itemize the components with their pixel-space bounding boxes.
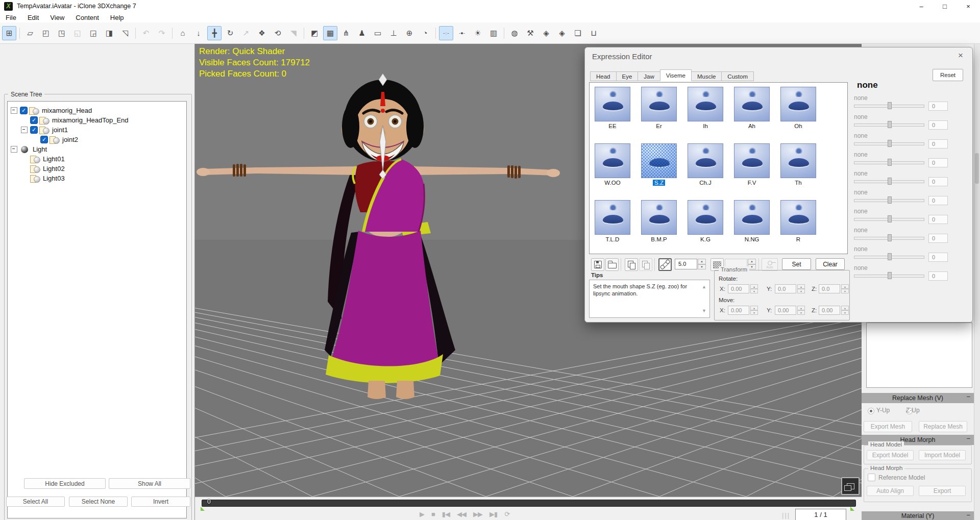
reference-model-checkbox[interactable]	[868, 474, 875, 481]
morph-value-input[interactable]: 0	[928, 196, 948, 205]
shading-mode-icon[interactable]: ◩	[307, 26, 322, 40]
select-none-button[interactable]: Select None	[69, 497, 128, 507]
import-model-button[interactable]: Import Model	[919, 450, 966, 460]
slider-thumb[interactable]	[888, 140, 892, 147]
viseme-woo[interactable]: W.OO	[595, 143, 630, 186]
tab-jaw[interactable]: Jaw	[638, 71, 660, 81]
tab-muscle[interactable]: Muscle	[691, 71, 722, 81]
morph-value-input[interactable]: 0	[928, 253, 948, 262]
range-end-marker[interactable]	[850, 507, 854, 511]
timeline-track[interactable]: 0	[202, 500, 856, 507]
scene-light-icon[interactable]: -●-	[455, 26, 469, 40]
drop-to-floor-icon[interactable]: ↓	[191, 26, 206, 40]
panel-scrollbar[interactable]	[974, 44, 980, 520]
viseme-thumbnail[interactable]	[780, 87, 816, 121]
tab-custom[interactable]: Custom	[721, 71, 754, 81]
slider-thumb[interactable]	[888, 272, 892, 279]
export-bvh-icon[interactable]: ◱	[70, 26, 85, 40]
close-button[interactable]: ×	[957, 0, 980, 12]
visibility-checkbox[interactable]	[30, 126, 38, 134]
collapse-icon[interactable]: −	[966, 511, 970, 519]
copy-button[interactable]	[625, 258, 638, 271]
export-cart-icon[interactable]: ⊔	[586, 26, 601, 40]
move-z-spinner[interactable]: ▲▼	[841, 306, 849, 315]
slider-thumb[interactable]	[888, 178, 892, 185]
viseme-nng[interactable]: N.NG	[734, 200, 770, 242]
range-start-marker[interactable]	[201, 507, 205, 511]
hide-excluded-button[interactable]: Hide Excluded	[24, 478, 106, 489]
menu-item[interactable]: Help	[105, 12, 130, 22]
slider-thumb[interactable]	[888, 234, 892, 241]
replace-mesh-header[interactable]: Replace Mesh (V)−	[862, 393, 974, 403]
previous-frame-button[interactable]: ◀◀	[457, 510, 466, 518]
playhead-frame[interactable]: 0	[207, 498, 211, 505]
viseme-thumbnail[interactable]	[780, 143, 816, 178]
move-y-input[interactable]: 0.00	[775, 306, 796, 315]
actor-display-icon[interactable]: ♟	[355, 26, 369, 40]
morph-value-input[interactable]: 0	[928, 120, 948, 130]
scroll-up-icon[interactable]: ▲	[702, 283, 706, 290]
open-file-icon[interactable]: ▱	[23, 26, 37, 40]
rotate-x-input[interactable]: 0.00	[728, 284, 749, 293]
morph-slider[interactable]	[854, 275, 924, 278]
move-tool-icon[interactable]: ╋	[207, 26, 222, 40]
save-expression-button[interactable]	[591, 258, 604, 271]
tab-eye[interactable]: Eye	[616, 71, 639, 81]
viseme-thumbnail[interactable]	[688, 200, 723, 235]
morph-value-input[interactable]: 0	[928, 234, 948, 243]
timeline-grip[interactable]: |||	[782, 511, 790, 519]
plane-display-icon[interactable]: ▭	[371, 26, 385, 40]
scene-tree-node[interactable]: Light01	[11, 154, 186, 164]
visibility-checkbox[interactable]	[40, 136, 48, 143]
loop-button[interactable]: ⟳	[504, 510, 509, 518]
auto-key-button[interactable]: Auto	[762, 258, 778, 271]
viseme-thumbnail[interactable]	[734, 200, 770, 235]
scene-tree-node[interactable]: Light02	[11, 164, 186, 174]
viseme-chj[interactable]: Ch.J	[688, 143, 723, 186]
viseme-thumbnail[interactable]	[595, 200, 630, 235]
modify-tool-icon[interactable]: ⚒	[523, 26, 537, 40]
export-button[interactable]: Export	[919, 486, 966, 496]
grid-toggle-icon[interactable]: ▦	[323, 26, 337, 40]
viseme-tld[interactable]: T.L.D	[595, 200, 630, 242]
slider-thumb[interactable]	[888, 253, 892, 260]
viseme-thumbnail[interactable]	[641, 87, 677, 121]
stage-display-icon[interactable]: ▥	[486, 26, 501, 40]
frame-counter[interactable]: 1 / 1	[795, 509, 846, 520]
morph-value-input[interactable]: 0	[928, 177, 948, 186]
viseme-oh[interactable]: Oh	[780, 87, 816, 129]
visibility-checkbox[interactable]	[30, 116, 38, 124]
morph-value-input[interactable]: 0	[928, 215, 948, 224]
viseme-th[interactable]: Th	[780, 143, 816, 186]
viseme-thumbnail[interactable]	[734, 143, 770, 178]
scene-tree-node[interactable]: mixamorig_Head	[11, 106, 186, 115]
viseme-thumbnail[interactable]	[595, 143, 630, 178]
morph-slider[interactable]	[854, 180, 924, 183]
bone-tool-button[interactable]	[658, 258, 672, 271]
export-model-button[interactable]: Export Model	[867, 450, 914, 460]
rotate-z-input[interactable]: 0.0	[819, 284, 840, 293]
go-to-start-button[interactable]: ▮◀	[442, 510, 450, 518]
set-button[interactable]: Set	[782, 258, 811, 270]
visibility-checkbox[interactable]	[20, 107, 28, 114]
load-expression-button[interactable]	[605, 258, 619, 271]
globe-export-icon[interactable]: ◍	[507, 26, 522, 40]
rotate-y-spinner[interactable]: ▲▼	[797, 284, 805, 293]
play-button[interactable]: ▶	[420, 510, 424, 518]
tab-head[interactable]: Head	[590, 71, 617, 81]
redo-icon[interactable]: ↷	[155, 26, 169, 40]
strength-input[interactable]: 5.0	[675, 259, 697, 269]
apply-to-iclone-head-icon[interactable]: ◈	[539, 26, 553, 40]
export-motion-icon[interactable]: ◹	[118, 26, 132, 40]
rotate-gizmo-icon[interactable]: ⟲	[271, 26, 285, 40]
export-fbx-icon[interactable]: ◳	[55, 26, 69, 40]
scene-tree-node[interactable]: joint2	[11, 135, 186, 144]
viseme-ih[interactable]: Ih	[688, 87, 723, 129]
apply-to-iclone-icon[interactable]: ◈	[555, 26, 569, 40]
scene-tree-node[interactable]: joint1	[11, 125, 186, 135]
move-x-input[interactable]: 0.00	[728, 306, 749, 315]
viseme-thumbnail[interactable]	[595, 87, 630, 121]
go-to-end-button[interactable]: ▶▮	[489, 510, 497, 518]
material-header[interactable]: Material (Y)−	[862, 511, 974, 520]
morph-value-input[interactable]: 0	[928, 102, 948, 111]
